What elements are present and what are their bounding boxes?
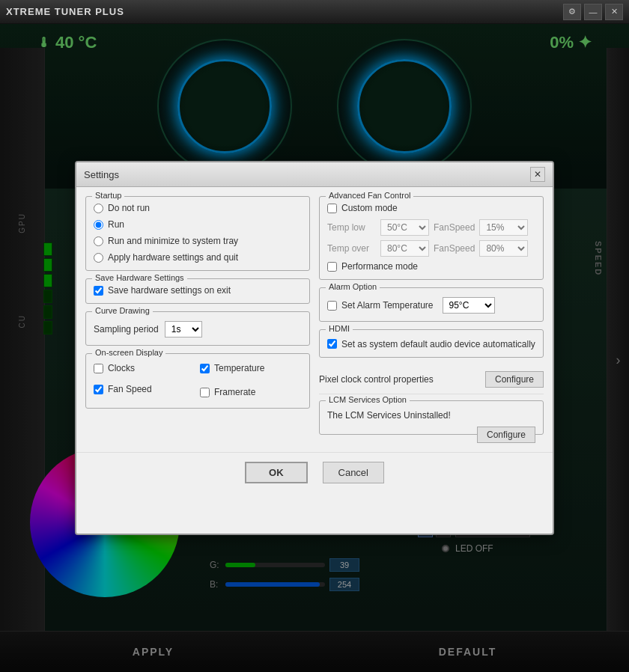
osd-grid: Clocks Temperature Fan Speed — [94, 360, 302, 400]
alarm-row: Set Alarm Temperature 95°C 80°C 85°C 90°… — [327, 294, 535, 314]
custom-mode-label: Custom mode — [341, 203, 398, 213]
settings-dialog: Settings ✕ Startup Do not run — [75, 161, 554, 535]
custom-mode-checkbox[interactable] — [327, 204, 337, 213]
custom-mode-row: Custom mode — [327, 203, 535, 213]
ok-button[interactable]: OK — [245, 462, 308, 483]
startup-label-3: Apply hardware settings and quit — [108, 252, 238, 263]
dialog-body: Startup Do not run Run Run and minimize … — [76, 187, 553, 452]
hdmi-row: Set as system default audio device autom… — [327, 336, 535, 349]
pixel-clock-row: Pixel clock control properties Configure — [319, 365, 544, 394]
startup-radio-3[interactable] — [94, 253, 103, 263]
save-hardware-row: Save hardware settings on exit — [94, 285, 302, 296]
performance-mode-label: Performance mode — [341, 261, 418, 272]
lcm-text: The LCM Services Uninstalled! — [327, 407, 535, 421]
osd-framerate-label: Framerate — [214, 387, 255, 397]
sampling-row: Sampling period 1s 2s 5s 10s — [94, 318, 302, 337]
osd-group-label: On-screen Display — [92, 348, 165, 357]
configure-lcm-button[interactable]: Configure — [477, 427, 535, 443]
advanced-fan-group-label: Advanced Fan Control — [326, 191, 413, 200]
save-hardware-group: Save Hardware Settings Save hardware set… — [85, 278, 310, 304]
temp-over-row: Temp over 80°C 70°C 90°C FanSpeed 80% 70… — [327, 240, 535, 257]
pixel-clock-label: Pixel clock control properties — [319, 374, 434, 385]
osd-framerate-checkbox[interactable] — [200, 388, 210, 397]
hdmi-group-label: HDMI — [326, 324, 353, 333]
osd-fanspeed-row: Fan Speed — [94, 384, 195, 394]
temp-over-label: Temp over — [327, 243, 376, 254]
temp-over-select[interactable]: 80°C 70°C 90°C — [380, 240, 429, 257]
startup-label-0: Do not run — [108, 203, 150, 213]
fan-settings: Temp low 50°C 40°C 60°C FanSpeed 15% 10% — [327, 219, 535, 257]
cancel-button[interactable]: Cancel — [323, 462, 384, 483]
advanced-fan-group: Advanced Fan Control Custom mode Temp lo… — [319, 196, 544, 280]
osd-temp-checkbox[interactable] — [200, 364, 210, 373]
startup-option-1: Run — [94, 219, 302, 230]
alarm-group: Alarm Option Set Alarm Temperature 95°C … — [319, 287, 544, 322]
startup-group-label: Startup — [92, 191, 124, 200]
startup-radio-0[interactable] — [94, 204, 103, 213]
fan-speed-over-select[interactable]: 80% 70% 90% 100% — [479, 240, 528, 257]
alarm-checkbox[interactable] — [327, 301, 337, 311]
fan-speed-low-select[interactable]: 15% 10% 20% — [479, 219, 528, 236]
startup-option-2: Run and minimize to system tray — [94, 236, 302, 246]
alarm-label: Set Alarm Temperature — [341, 300, 434, 311]
hdmi-group: HDMI Set as system default audio device … — [319, 329, 544, 358]
sampling-period-select[interactable]: 1s 2s 5s 10s — [165, 321, 202, 337]
alarm-group-label: Alarm Option — [326, 282, 380, 291]
startup-option-3: Apply hardware settings and quit — [94, 252, 302, 263]
dialog-left-column: Startup Do not run Run Run and minimize … — [85, 196, 310, 443]
lcm-group-label: LCM Services Option — [326, 395, 410, 404]
save-hardware-checkbox[interactable] — [94, 286, 103, 296]
osd-fanspeed-label: Fan Speed — [108, 384, 152, 394]
title-bar: XTREME TUNER PLUS ⚙ — ✕ — [0, 0, 629, 24]
dialog-close-button[interactable]: ✕ — [530, 167, 545, 182]
sampling-period-label: Sampling period — [94, 324, 159, 335]
startup-label-1: Run — [108, 219, 124, 230]
dialog-right-column: Advanced Fan Control Custom mode Temp lo… — [319, 196, 544, 443]
dialog-footer: OK Cancel — [76, 452, 553, 492]
dialog-overlay: Settings ✕ Startup Do not run — [0, 24, 629, 672]
close-button[interactable]: ✕ — [605, 4, 623, 20]
hdmi-checkbox[interactable] — [327, 339, 337, 349]
startup-option-0: Do not run — [94, 203, 302, 213]
dialog-titlebar: Settings ✕ — [76, 162, 553, 187]
startup-radio-2[interactable] — [94, 236, 103, 246]
performance-mode-checkbox[interactable] — [327, 262, 337, 272]
startup-group: Startup Do not run Run Run and minimize … — [85, 196, 310, 271]
save-hardware-group-label: Save Hardware Settings — [92, 273, 187, 282]
osd-group: On-screen Display Clocks Temperature — [85, 353, 310, 409]
osd-fanspeed-checkbox[interactable] — [94, 385, 103, 394]
osd-temp-label: Temperature — [214, 363, 264, 373]
alarm-temp-select[interactable]: 95°C 80°C 85°C 90°C 100°C — [443, 297, 495, 314]
window-controls: ⚙ — ✕ — [563, 4, 623, 20]
fan-speed-over-label: FanSpeed — [434, 243, 475, 254]
curve-drawing-group: Curve Drawing Sampling period 1s 2s 5s 1… — [85, 311, 310, 346]
osd-clocks-label: Clocks — [108, 363, 135, 373]
app-title: XTREME TUNER PLUS — [6, 6, 124, 17]
startup-label-2: Run and minimize to system tray — [108, 236, 238, 246]
app-body: 🌡 40 °C 0% ✦ GPU CU › SPE — [0, 24, 629, 672]
osd-temp-row: Temperature — [200, 363, 302, 373]
startup-radio-1[interactable] — [94, 220, 103, 230]
osd-clocks-row: Clocks — [94, 363, 195, 373]
temp-low-select[interactable]: 50°C 40°C 60°C — [380, 219, 429, 236]
performance-mode-row: Performance mode — [327, 261, 535, 272]
minimize-button[interactable]: — — [584, 4, 602, 20]
hdmi-label: Set as system default audio device autom… — [341, 339, 535, 349]
temp-low-label: Temp low — [327, 222, 376, 233]
lcm-group: LCM Services Option The LCM Services Uni… — [319, 400, 544, 435]
fan-speed-low-label: FanSpeed — [434, 222, 475, 233]
osd-framerate-row: Framerate — [200, 384, 302, 400]
osd-clocks-checkbox[interactable] — [94, 364, 103, 373]
dialog-title: Settings — [84, 169, 119, 180]
curve-drawing-group-label: Curve Drawing — [92, 306, 153, 315]
settings-button[interactable]: ⚙ — [563, 4, 581, 20]
save-hardware-label: Save hardware settings on exit — [108, 285, 231, 296]
configure-pixel-button[interactable]: Configure — [485, 371, 544, 388]
temp-low-row: Temp low 50°C 40°C 60°C FanSpeed 15% 10% — [327, 219, 535, 236]
